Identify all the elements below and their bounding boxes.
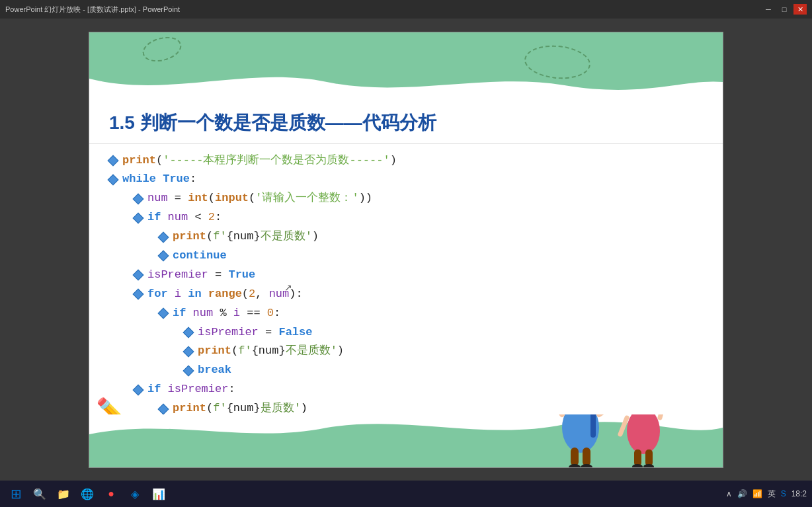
taskbar-app1[interactable]: ● bbox=[101, 483, 122, 504]
code-area: print('-----本程序判断一个数是否为质数-----')while Tr… bbox=[102, 148, 710, 414]
close-button[interactable]: ✕ bbox=[793, 4, 807, 15]
bullet-6 bbox=[133, 270, 144, 281]
bullet-11 bbox=[183, 365, 194, 376]
code-text-10: print(f'{num}不是质数') bbox=[198, 342, 703, 361]
bullet-3 bbox=[133, 212, 144, 223]
taskbar-ppt[interactable]: 📊 bbox=[148, 483, 169, 504]
code-line-12: if isPremier: bbox=[109, 380, 703, 399]
slide-container: 1.5 判断一个数是否是质数——代码分析 print('-----本程序判断一个… bbox=[0, 19, 812, 481]
code-text-11: break bbox=[198, 361, 703, 380]
taskbar-right: ∧ 🔊 📶 英 S 18:2 bbox=[726, 488, 807, 500]
svg-line-21 bbox=[660, 414, 665, 418]
taskbar-left: ⊞ 🔍 📁 🌐 ● ◈ 📊 bbox=[5, 483, 169, 504]
taskbar-search[interactable]: 🔍 bbox=[29, 483, 50, 504]
bullet-7 bbox=[133, 289, 144, 300]
svg-rect-27 bbox=[645, 449, 653, 466]
code-text-8: if num % i == 0: bbox=[173, 304, 703, 323]
svg-point-10 bbox=[569, 464, 581, 467]
svg-rect-26 bbox=[634, 449, 641, 466]
code-text-1: while True: bbox=[122, 170, 703, 189]
code-text-12: if isPremier: bbox=[147, 380, 703, 399]
taskbar-time: 18:2 bbox=[792, 489, 807, 498]
taskbar-tray-arrow[interactable]: ∧ bbox=[726, 489, 732, 498]
slide-title: 1.5 判断一个数是否是质数——代码分析 bbox=[109, 110, 703, 136]
bottom-decoration bbox=[89, 414, 723, 467]
bullet-4 bbox=[158, 231, 169, 243]
code-line-4: print(f'{num}不是质数') bbox=[109, 227, 703, 247]
titlebar-title: PowerPoint 幻灯片放映 - [质数试讲.pptx] - PowerPo… bbox=[5, 5, 180, 15]
minimize-button[interactable]: ─ bbox=[762, 4, 775, 15]
code-line-0: print('-----本程序判断一个数是否为质数-----') bbox=[109, 151, 703, 171]
start-button[interactable]: ⊞ bbox=[5, 483, 26, 504]
girl-characters bbox=[551, 414, 696, 467]
bullet-12 bbox=[133, 384, 144, 395]
titlebar-controls: ─ □ ✕ bbox=[762, 4, 807, 15]
top-decoration bbox=[89, 32, 723, 98]
svg-point-29 bbox=[643, 464, 654, 467]
taskbar-chrome[interactable]: 🌐 bbox=[77, 483, 98, 504]
taskbar: ⊞ 🔍 📁 🌐 ● ◈ 📊 ∧ 🔊 📶 英 S 18:2 bbox=[0, 481, 812, 507]
titlebar: PowerPoint 幻灯片放映 - [质数试讲.pptx] - PowerPo… bbox=[0, 0, 812, 19]
bullet-2 bbox=[133, 193, 144, 204]
svg-rect-8 bbox=[571, 448, 579, 466]
bullet-8 bbox=[158, 308, 169, 319]
svg-point-13 bbox=[627, 414, 660, 454]
main-window: PowerPoint 幻灯片放映 - [质数试讲.pptx] - PowerPo… bbox=[0, 0, 812, 481]
slide-title-area: 1.5 判断一个数是否是质数——代码分析 bbox=[89, 98, 723, 144]
deco-oval-1 bbox=[140, 32, 184, 65]
svg-point-11 bbox=[581, 464, 592, 467]
code-text-7: for i in range(2, num): bbox=[147, 285, 703, 304]
code-text-5: continue bbox=[173, 247, 703, 266]
bullet-13 bbox=[158, 403, 169, 414]
bullet-9 bbox=[183, 327, 194, 338]
taskbar-file[interactable]: 📁 bbox=[53, 483, 74, 504]
code-text-6: isPremier = True bbox=[147, 266, 703, 285]
svg-line-25 bbox=[620, 418, 627, 434]
code-text-9: isPremier = False bbox=[198, 323, 703, 342]
taskbar-lang: 英 bbox=[768, 488, 776, 500]
code-line-3: if num < 2: bbox=[109, 208, 703, 227]
taskbar-wifi[interactable]: 📶 bbox=[752, 489, 762, 498]
taskbar-vscode[interactable]: ◈ bbox=[124, 483, 145, 504]
code-line-10: print(f'{num}不是质数') bbox=[109, 342, 703, 361]
code-line-9: isPremier = False bbox=[109, 323, 703, 342]
svg-rect-12 bbox=[590, 414, 596, 438]
svg-point-28 bbox=[632, 464, 643, 467]
svg-rect-9 bbox=[583, 448, 590, 466]
girl-char-1 bbox=[551, 414, 610, 467]
code-line-5: continue bbox=[109, 247, 703, 266]
bullet-0 bbox=[108, 155, 119, 166]
taskbar-volume[interactable]: 🔊 bbox=[737, 489, 747, 498]
code-line-11: break bbox=[109, 361, 703, 380]
code-line-7: for i in range(2, num): bbox=[109, 285, 703, 304]
bullet-1 bbox=[108, 174, 119, 185]
maximize-button[interactable]: □ bbox=[778, 4, 791, 15]
taskbar-ime: S bbox=[781, 489, 786, 498]
code-line-1: while True: bbox=[109, 170, 703, 189]
bullet-10 bbox=[183, 346, 194, 357]
code-line-8: if num % i == 0: bbox=[109, 304, 703, 323]
girl-char-2 bbox=[617, 414, 670, 467]
wave-svg-top bbox=[89, 65, 723, 98]
code-line-6: isPremier = True bbox=[109, 266, 703, 285]
code-line-2: num = int(input('请输入一个整数：')) bbox=[109, 189, 703, 208]
code-text-3: if num < 2: bbox=[147, 208, 703, 227]
slide: 1.5 判断一个数是否是质数——代码分析 print('-----本程序判断一个… bbox=[89, 32, 723, 468]
code-text-4: print(f'{num}不是质数') bbox=[173, 227, 703, 247]
code-text-2: num = int(input('请输入一个整数：')) bbox=[147, 189, 703, 208]
bullet-5 bbox=[158, 251, 169, 262]
code-text-0: print('-----本程序判断一个数是否为质数-----') bbox=[122, 151, 703, 171]
